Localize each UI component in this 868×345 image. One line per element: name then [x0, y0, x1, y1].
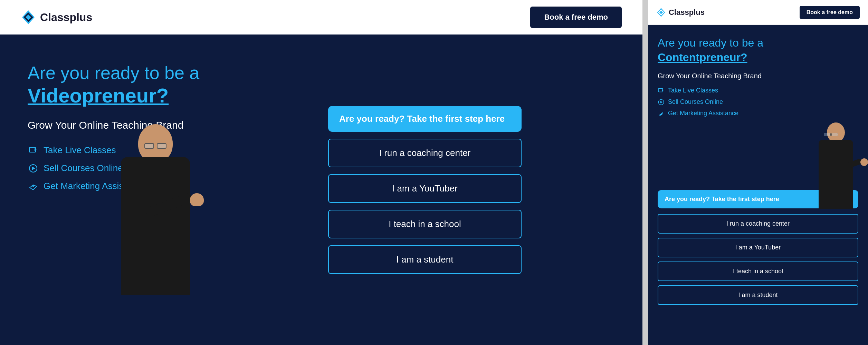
chat-option-coaching[interactable]: I run a coaching center — [328, 139, 522, 167]
side-logo-text: Classplus — [669, 8, 705, 17]
side-glasses-r — [831, 133, 838, 136]
person-hand — [190, 193, 204, 206]
side-logo: Classplus — [656, 8, 705, 17]
chat-option-school[interactable]: I teach in a school — [328, 210, 522, 238]
side-chat-options: I run a coaching center I am a YouTuber … — [658, 214, 858, 305]
side-header: Classplus Book a free demo — [648, 0, 868, 25]
classplus-logo-icon — [21, 10, 36, 25]
side-feature-live: Take Live Classes — [658, 87, 858, 94]
side-person-area — [658, 122, 858, 185]
panel-divider — [642, 0, 648, 345]
hero-title: Are you ready to be a Videopreneur? — [28, 62, 214, 108]
svg-marker-6 — [32, 167, 35, 170]
side-subtitle: Grow Your Online Teaching Brand — [658, 72, 858, 80]
side-feature-marketing-label: Get Marketing Assistance — [668, 110, 738, 117]
svg-point-7 — [32, 186, 34, 187]
side-book-demo-button[interactable]: Book a free demo — [800, 6, 860, 19]
person-area — [90, 103, 221, 345]
live-classes-icon — [28, 145, 39, 156]
side-person-figure — [813, 122, 858, 185]
side-feature-list: Take Live Classes Sell Courses Online Ge… — [658, 87, 858, 117]
svg-line-15 — [659, 115, 661, 116]
hero-title-line1: Are you ready to be a — [28, 63, 199, 83]
marketing-icon — [28, 181, 39, 192]
side-marketing-icon — [658, 110, 665, 117]
side-courses-icon — [658, 99, 665, 106]
sell-courses-icon — [28, 163, 39, 174]
side-chat-option-youtuber[interactable]: I am a YouTuber — [658, 238, 858, 257]
side-live-icon — [658, 87, 665, 94]
logo: Classplus — [21, 10, 92, 25]
side-title: Are you ready to be a Contentpreneur? — [658, 36, 858, 65]
chat-option-student[interactable]: I am a student — [328, 245, 522, 274]
svg-marker-14 — [660, 101, 662, 103]
person-glasses — [144, 143, 166, 149]
side-panel: Classplus Book a free demo Are you ready… — [648, 0, 868, 345]
hero-right: Are you ready? Take the first step here … — [235, 34, 642, 345]
side-feature-marketing: Get Marketing Assistance — [658, 110, 858, 117]
header: Classplus Book a free demo — [0, 0, 642, 34]
side-feature-live-label: Take Live Classes — [668, 87, 718, 94]
main-page: Classplus Book a free demo Are you ready… — [0, 0, 642, 345]
hero-section: Are you ready to be a Videopreneur? Grow… — [0, 34, 642, 345]
side-logo-icon — [656, 8, 666, 17]
side-title-line2: Contentpreneur? — [658, 51, 747, 63]
side-title-line1: Are you ready to be a — [658, 37, 763, 49]
person-body — [121, 157, 190, 295]
side-body: Are you ready to be a Contentpreneur? Gr… — [648, 25, 868, 345]
side-feature-courses: Sell Courses Online — [658, 98, 858, 106]
side-chat-option-coaching[interactable]: I run a coaching center — [658, 214, 858, 234]
chat-widget: Are you ready? Take the first step here … — [328, 106, 522, 274]
side-glasses-l — [824, 133, 831, 136]
person-figure — [97, 124, 214, 345]
chat-option-youtuber[interactable]: I am a YouTuber — [328, 174, 522, 203]
side-feature-courses-label: Sell Courses Online — [668, 98, 723, 106]
logo-text: Classplus — [40, 11, 92, 24]
side-person-body — [819, 140, 853, 209]
chat-question-bubble: Are you ready? Take the first step here — [328, 106, 522, 132]
side-chat-option-school[interactable]: I teach in a school — [658, 262, 858, 281]
side-person-hand — [860, 158, 868, 166]
book-demo-button[interactable]: Book a free demo — [530, 7, 622, 28]
side-chat-option-student[interactable]: I am a student — [658, 285, 858, 305]
